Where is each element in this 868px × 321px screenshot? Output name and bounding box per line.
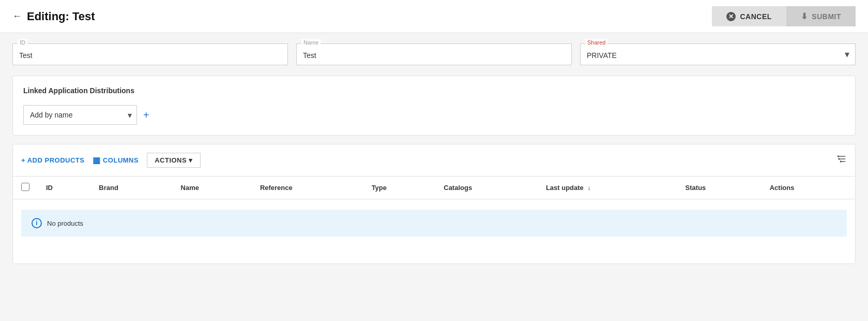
columns-button[interactable]: ▦ COLUMNS [93, 155, 139, 165]
svg-point-5 [840, 160, 842, 162]
svg-point-4 [838, 158, 840, 159]
sort-indicator: ↓ [587, 184, 590, 192]
columns-icon: ▦ [93, 155, 101, 165]
cancel-button[interactable]: ✕ CANCEL [712, 6, 786, 26]
fields-row: ID Name Shared PRIVATE PUBLIC ▾ [0, 33, 868, 76]
name-input[interactable] [296, 43, 572, 65]
shared-field-group: Shared PRIVATE PUBLIC ▾ [580, 43, 856, 65]
add-products-label: + ADD PRODUCTS [21, 156, 84, 164]
add-by-name-row: Add by name ▾ + [23, 105, 845, 125]
svg-point-3 [837, 155, 839, 157]
header-actions: ✕ CANCEL ⬇ SUBMIT [712, 6, 856, 26]
columns-label: COLUMNS [103, 156, 139, 164]
col-catalogs[interactable]: Catalogs [435, 177, 538, 199]
add-by-name-select[interactable]: Add by name [23, 105, 137, 125]
no-products-text: No products [47, 220, 83, 227]
col-id[interactable]: ID [38, 177, 90, 199]
info-icon: i [32, 218, 42, 228]
id-field-group: ID [12, 43, 288, 65]
col-name[interactable]: Name [173, 177, 252, 199]
name-field-label: Name [301, 39, 321, 46]
shared-select[interactable]: PRIVATE PUBLIC [580, 43, 856, 65]
table-header-row: ID Brand Name Reference Type Catalogs La… [13, 177, 855, 199]
linked-distributions-title: Linked Application Distributions [23, 86, 845, 95]
add-distribution-button[interactable]: + [143, 110, 149, 120]
select-all-col [13, 177, 38, 199]
products-section: + ADD PRODUCTS ▦ COLUMNS ACTIONS ▾ [12, 144, 856, 264]
shared-select-wrapper: PRIVATE PUBLIC ▾ [580, 43, 856, 65]
id-field-label: ID [18, 39, 27, 46]
no-products-cell-wrapper: i No products [13, 199, 855, 247]
filter-icon-button[interactable] [836, 154, 847, 167]
actions-arrow-icon: ▾ [189, 156, 193, 164]
header: ← Editing: Test ✕ CANCEL ⬇ SUBMIT [0, 0, 868, 33]
submit-label: SUBMIT [812, 12, 841, 21]
add-by-name-select-wrapper: Add by name ▾ [23, 105, 137, 125]
page-title: Editing: Test [27, 10, 95, 23]
actions-label: ACTIONS [155, 156, 187, 164]
products-toolbar: + ADD PRODUCTS ▦ COLUMNS ACTIONS ▾ [13, 153, 855, 176]
col-type[interactable]: Type [363, 177, 436, 199]
products-toolbar-left: + ADD PRODUCTS ▦ COLUMNS ACTIONS ▾ [21, 153, 201, 168]
col-actions: Actions [762, 177, 855, 199]
back-arrow-icon[interactable]: ← [12, 11, 22, 22]
id-input[interactable] [12, 43, 288, 65]
table-footer-spacer [13, 247, 855, 264]
products-table: ID Brand Name Reference Type Catalogs La… [13, 176, 855, 247]
col-reference[interactable]: Reference [252, 177, 363, 199]
col-brand[interactable]: Brand [90, 177, 172, 199]
select-all-checkbox[interactable] [21, 183, 29, 191]
linked-distributions-card: Linked Application Distributions Add by … [12, 76, 856, 136]
col-status[interactable]: Status [677, 177, 762, 199]
add-products-button[interactable]: + ADD PRODUCTS [21, 156, 84, 164]
no-products-cell: i No products [21, 210, 847, 237]
no-products-row: i No products [13, 199, 855, 247]
submit-button[interactable]: ⬇ SUBMIT [786, 6, 856, 26]
name-field-group: Name [296, 43, 572, 65]
header-left: ← Editing: Test [12, 10, 95, 23]
cancel-label: CANCEL [740, 12, 771, 21]
cancel-icon: ✕ [726, 12, 736, 21]
shared-field-label: Shared [585, 39, 607, 46]
actions-button[interactable]: ACTIONS ▾ [147, 153, 201, 168]
col-last-update[interactable]: Last update ↓ [538, 177, 677, 199]
submit-icon: ⬇ [801, 11, 808, 21]
